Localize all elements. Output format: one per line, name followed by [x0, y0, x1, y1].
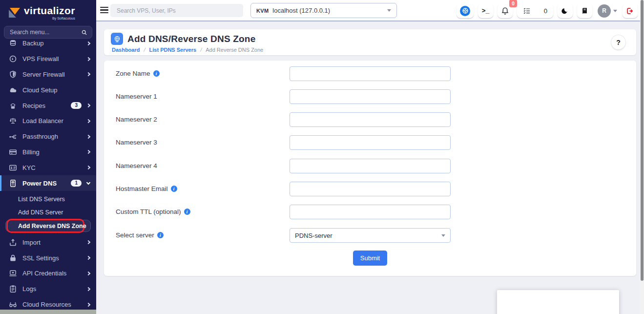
- sidebar-menu-search[interactable]: [4, 26, 92, 39]
- chevron-right-icon: [86, 104, 90, 107]
- sidebar-item-load-balancer[interactable]: Load Balancer: [0, 113, 96, 129]
- topbar-actions: >_ 0 0 R: [457, 3, 638, 18]
- breadcrumb-separator: /: [200, 47, 202, 53]
- sidebar-item-cloud-setup[interactable]: Cloud Setup: [0, 82, 96, 98]
- breadcrumb-dashboard[interactable]: Dashboard: [112, 47, 140, 53]
- sidebar-item-power-dns[interactable]: Power DNS1: [0, 175, 96, 191]
- nameserver-1-input[interactable]: [290, 89, 451, 104]
- database-icon: [9, 39, 17, 47]
- form-row-nameserver-4: Nameserver 4: [104, 159, 636, 173]
- field-label: Zone Name: [116, 70, 160, 77]
- caret-down-icon: [613, 10, 617, 12]
- sidebar-item-server-firewall[interactable]: Server Firewall: [0, 67, 96, 83]
- field-label: Nameserver 3: [116, 139, 157, 146]
- dns-server-icon: [9, 179, 17, 188]
- sidebar-subitem-list-dns-servers[interactable]: List DNS Servers: [0, 192, 96, 206]
- dns-zone-form: Zone NameNameserver 1Nameserver 2Nameser…: [104, 61, 636, 276]
- dark-mode-button[interactable]: [558, 3, 573, 18]
- book-icon: [581, 7, 588, 15]
- field-label: Custom TTL (optional): [116, 208, 190, 215]
- field-label: Nameserver 1: [116, 93, 157, 100]
- sidebar-search-input[interactable]: [9, 28, 81, 36]
- logout-button[interactable]: [623, 3, 638, 18]
- chevron-right-icon: [86, 134, 90, 138]
- nameserver-4-input[interactable]: [290, 159, 451, 173]
- moon-icon: [561, 7, 569, 15]
- scrollbar-thumb[interactable]: [641, 0, 644, 281]
- lifebuoy-icon: [462, 7, 469, 14]
- sidebar-item-logs[interactable]: Logs: [0, 281, 96, 297]
- sidebar-item-passthrough[interactable]: Passthrough: [0, 129, 96, 145]
- search-icon: [81, 29, 87, 36]
- field-label: Nameserver 2: [116, 116, 157, 123]
- submit-button[interactable]: Submit: [353, 251, 387, 266]
- topbar: KVM localhost (127.0.0.1) >_ 0 0 R: [96, 0, 644, 21]
- global-search-input[interactable]: [110, 4, 243, 17]
- terminal-button[interactable]: >_: [478, 3, 493, 18]
- info-icon[interactable]: [184, 209, 190, 215]
- form-row-hostmaster-email: Hostmaster Email: [104, 182, 636, 196]
- select-server-select[interactable]: PDNS-server: [290, 228, 451, 243]
- sidebar-item-billing[interactable]: Billing: [0, 145, 96, 160]
- logs-icon: [9, 285, 17, 293]
- form-row-nameserver-3: Nameserver 3: [104, 135, 636, 150]
- sidebar-bottom-strip: [0, 310, 96, 314]
- menu-toggle-button[interactable]: [100, 7, 108, 15]
- caret-down-icon: [441, 234, 445, 237]
- sidebar-item-recipes[interactable]: Recipes3: [0, 98, 96, 113]
- logout-icon: [626, 7, 634, 15]
- breadcrumb: Dashboard/List PDNS Servers/Add Reverse …: [112, 47, 629, 53]
- lock-icon: [9, 254, 17, 262]
- sidebar-item-vps-firewall[interactable]: VPS Firewall: [0, 51, 96, 67]
- firewall-icon: [9, 55, 17, 63]
- hostmaster-email-input[interactable]: [290, 182, 451, 196]
- avatar: R: [598, 4, 611, 18]
- globe-icon: [113, 35, 121, 43]
- chevron-right-icon: [86, 287, 90, 291]
- sidebar-menu: BackupVPS FirewallServer FirewallCloud S…: [0, 36, 96, 312]
- sidebar-item-kyc[interactable]: KYC: [0, 160, 96, 175]
- chevron-right-icon: [86, 302, 90, 306]
- nameserver-3-input[interactable]: [290, 135, 451, 150]
- info-icon[interactable]: [171, 186, 177, 192]
- chevron-right-icon: [86, 119, 90, 123]
- user-menu[interactable]: R: [597, 4, 618, 18]
- form-row-select-server: Select serverPDNS-server: [104, 228, 636, 243]
- select-value: PDNS-server: [295, 232, 332, 239]
- form-row-nameserver-1: Nameserver 1: [104, 89, 636, 104]
- support-button[interactable]: [457, 3, 474, 18]
- sidebar-item-api-credentials[interactable]: API Credentials: [0, 266, 96, 281]
- floating-panel: [497, 290, 619, 314]
- chevron-right-icon: [86, 272, 90, 275]
- nameserver-2-input[interactable]: [290, 112, 451, 127]
- scrollbar: [640, 0, 644, 314]
- chevron-down-icon: [86, 180, 90, 184]
- sidebar-subitem-add-dns-server[interactable]: Add DNS Server: [0, 206, 96, 219]
- field-label: Nameserver 4: [116, 162, 157, 169]
- breadcrumb-list-pdns-servers[interactable]: List PDNS Servers: [149, 47, 197, 53]
- count-badge: 3: [71, 102, 82, 109]
- help-button[interactable]: ?: [611, 35, 625, 49]
- chevron-right-icon: [86, 240, 90, 244]
- bell-icon: [501, 7, 509, 15]
- zone-name-input[interactable]: [290, 66, 451, 81]
- info-icon[interactable]: [153, 70, 160, 77]
- notifications-button[interactable]: 0: [498, 3, 513, 18]
- chevron-right-icon: [86, 150, 90, 154]
- docs-button[interactable]: [577, 3, 592, 18]
- tasks-button[interactable]: 0: [517, 3, 553, 18]
- chevron-right-icon: [86, 72, 90, 76]
- info-icon[interactable]: [157, 232, 164, 238]
- field-label: Hostmaster Email: [116, 185, 177, 192]
- sidebar-submenu: List DNS ServersAdd DNS ServerAdd Revers…: [0, 191, 96, 235]
- sidebar-subitem-add-reverse-dns-zone[interactable]: Add Reverse DNS Zone: [0, 219, 96, 233]
- laptop-icon: [9, 269, 17, 277]
- sidebar-item-ssl-settings[interactable]: SSL Settings: [0, 250, 96, 266]
- brand-logo[interactable]: virtualizor By Softaculous: [0, 0, 96, 21]
- chevron-right-icon: [86, 42, 90, 45]
- server-select[interactable]: KVM localhost (127.0.0.1): [250, 3, 397, 18]
- tasks-count: 0: [544, 7, 547, 15]
- count-badge: 1: [71, 180, 82, 187]
- custom-ttl-optional-input[interactable]: [290, 205, 451, 219]
- sidebar-item-import[interactable]: Import: [0, 234, 96, 250]
